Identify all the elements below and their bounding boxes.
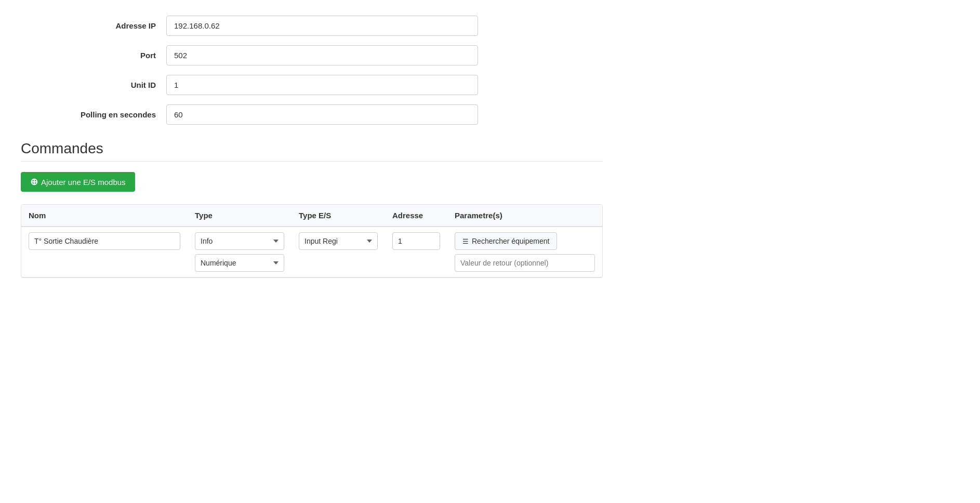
port-label: Port [21,51,166,60]
commandes-section: Commandes ⊕ Ajouter une E/S modbus Nom T… [21,140,603,278]
plus-icon: ⊕ [30,177,38,187]
nom-cell [21,227,188,277]
port-input[interactable] [166,45,478,65]
parametre-content: ☰ Rechercher équipement [455,232,595,272]
rechercher-equipement-button[interactable]: ☰ Rechercher équipement [455,232,557,250]
type-es-select[interactable]: Input Regi Holding Regi Coil Discrete In… [299,232,378,250]
col-header-type-es: Type E/S [292,205,385,227]
rechercher-label: Rechercher équipement [472,237,549,245]
table-header-row: Nom Type Type E/S Adresse Parametre(s) [21,205,602,227]
nom-input[interactable] [29,232,180,250]
commandes-title: Commandes [21,140,603,157]
list-icon: ☰ [462,237,469,245]
type2-select[interactable]: Numérique Booléen [195,254,284,272]
type-select-group: Info Action Numérique Booléen [195,232,284,272]
add-button-label: Ajouter une E/S modbus [41,178,126,187]
adresse-input[interactable] [392,232,440,250]
type-es-select-wrapper: Input Regi Holding Regi Coil Discrete In… [299,232,378,250]
col-header-adresse: Adresse [385,205,447,227]
type-select-wrapper: Info Action [195,232,284,250]
type-select[interactable]: Info Action [195,232,284,250]
rechercher-btn-wrapper: ☰ Rechercher équipement [455,232,595,250]
parametre-cell: ☰ Rechercher équipement [447,227,602,277]
col-header-type: Type [188,205,292,227]
section-divider [21,161,603,162]
type2-select-wrapper: Numérique Booléen [195,254,284,272]
commandes-table: Nom Type Type E/S Adresse Parametre(s) [21,205,602,277]
adresse-ip-input[interactable] [166,16,478,36]
table-row: Info Action Numérique Booléen [21,227,602,277]
type-es-cell: Input Regi Holding Regi Coil Discrete In… [292,227,385,277]
polling-input[interactable] [166,104,478,125]
adresse-ip-label: Adresse IP [21,21,166,30]
valeur-retour-input[interactable] [455,254,595,272]
type-cell: Info Action Numérique Booléen [188,227,292,277]
col-header-nom: Nom [21,205,188,227]
unit-id-label: Unit ID [21,81,166,89]
commandes-table-wrapper: Nom Type Type E/S Adresse Parametre(s) [21,204,603,278]
add-modbus-button[interactable]: ⊕ Ajouter une E/S modbus [21,172,135,192]
col-header-parametres: Parametre(s) [447,205,602,227]
unit-id-input[interactable] [166,75,478,95]
adresse-cell [385,227,447,277]
polling-label: Polling en secondes [21,110,166,119]
